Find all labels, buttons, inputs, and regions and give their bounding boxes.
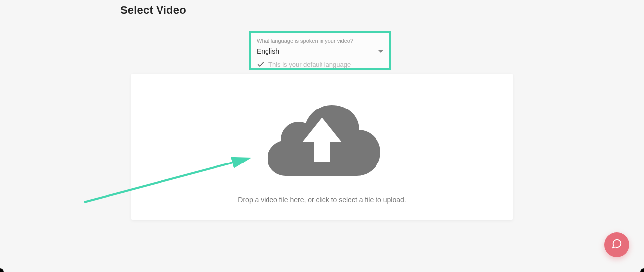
chat-bubble-icon — [611, 238, 622, 251]
frame-corner — [640, 268, 644, 272]
language-selected-value: English — [257, 47, 279, 55]
frame-corner — [0, 268, 4, 272]
language-question-label: What language is spoken in your video? — [257, 37, 383, 44]
default-language-text: This is your default language — [268, 61, 351, 68]
video-dropzone[interactable]: Drop a video file here, or click to sele… — [131, 74, 513, 220]
cloud-upload-icon — [260, 93, 384, 177]
page-title: Select Video — [120, 4, 186, 17]
language-select[interactable]: English — [257, 45, 383, 57]
language-panel: What language is spoken in your video? E… — [249, 31, 391, 70]
dropzone-instruction: Drop a video file here, or click to sele… — [238, 196, 406, 204]
default-language-note: This is your default language — [257, 60, 383, 68]
help-chat-button[interactable] — [604, 232, 629, 257]
chevron-down-icon — [378, 50, 383, 53]
check-icon — [257, 60, 265, 68]
